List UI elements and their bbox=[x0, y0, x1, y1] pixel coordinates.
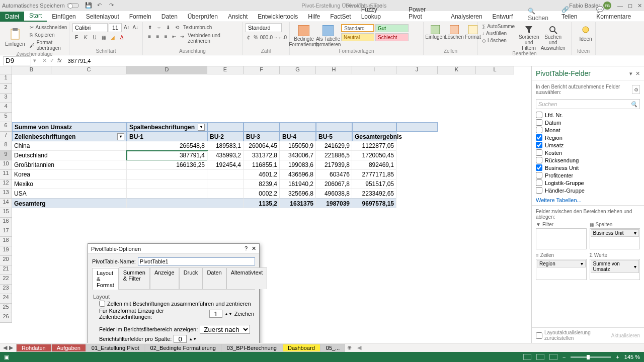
tab-formulas[interactable]: Formeln bbox=[124, 12, 156, 22]
add-sheet-button[interactable]: ⊕ bbox=[345, 344, 353, 351]
zoom-in-icon[interactable]: + bbox=[616, 354, 619, 360]
row-header-10[interactable]: 10 bbox=[0, 160, 12, 170]
indent-dec-icon[interactable]: ⇤ bbox=[171, 32, 178, 40]
pane-close-icon[interactable]: ✕ bbox=[635, 70, 640, 77]
field-item[interactable]: Monat bbox=[536, 126, 640, 134]
cell[interactable]: 1631375 bbox=[280, 199, 316, 208]
pivot-name-input[interactable] bbox=[138, 257, 255, 265]
cell[interactable]: BU-2 bbox=[207, 132, 244, 141]
row-header-23[interactable]: 23 bbox=[0, 285, 12, 294]
row-header-3[interactable]: 3 bbox=[0, 94, 12, 103]
style-standard[interactable]: Standard bbox=[341, 24, 374, 32]
cell[interactable]: 4601,2 bbox=[244, 170, 280, 179]
tab-factset[interactable]: FactSet bbox=[325, 12, 356, 22]
cell[interactable]: Deutschland bbox=[12, 151, 127, 160]
tab-review[interactable]: Überprüfen bbox=[183, 12, 223, 22]
align-top-icon[interactable]: ⬆ bbox=[146, 23, 154, 31]
cell[interactable]: 343006,7 bbox=[280, 151, 316, 160]
field-checkbox[interactable] bbox=[536, 172, 542, 178]
indent-inc-icon[interactable]: ⇥ bbox=[179, 32, 186, 40]
cell[interactable] bbox=[127, 199, 207, 208]
update-button[interactable]: Aktualisieren bbox=[611, 333, 640, 338]
wrap-text-button[interactable]: Textumbruch bbox=[182, 23, 213, 31]
cell[interactable] bbox=[207, 189, 244, 199]
share-button[interactable]: 🔗 Teilen bbox=[557, 5, 590, 22]
cell[interactable]: 436596,8 bbox=[280, 170, 316, 179]
cell[interactable]: BU-3 bbox=[244, 132, 280, 141]
field-checkbox[interactable] bbox=[536, 119, 542, 126]
cell[interactable]: 9697578,15 bbox=[352, 199, 396, 208]
pagebreak-view-icon[interactable] bbox=[549, 354, 557, 360]
field-item[interactable]: Datum bbox=[536, 119, 640, 126]
cell[interactable]: Großbritannien bbox=[12, 160, 127, 170]
style-neutral[interactable]: Neutral bbox=[341, 33, 374, 41]
dlg-tab-data[interactable]: Daten bbox=[202, 267, 226, 289]
row-header-21[interactable]: 21 bbox=[0, 265, 12, 275]
cell[interactable]: 241629,9 bbox=[316, 141, 352, 151]
cell[interactable]: 496038,8 bbox=[316, 189, 352, 199]
columns-drop-area[interactable]: Business Unit▾ bbox=[590, 228, 640, 249]
tab-help[interactable]: Hilfe bbox=[303, 12, 325, 22]
sheet-tab[interactable]: 02_Bedingte Formatierung bbox=[145, 344, 221, 352]
tab-powerpivot[interactable]: Power Pivot bbox=[404, 5, 446, 22]
spreadsheet-grid[interactable]: BCDEFGHIJKL12345678910111213141516171819… bbox=[0, 66, 531, 343]
dlg-tab-display[interactable]: Anzeige bbox=[150, 267, 179, 289]
cell[interactable]: 603476 bbox=[316, 170, 352, 179]
row-header-6[interactable]: 6 bbox=[0, 122, 12, 132]
cell[interactable]: 221886,5 bbox=[316, 151, 352, 160]
fill-button[interactable]: ↓ Ausfüllen bbox=[481, 30, 516, 37]
col-header-D[interactable]: D bbox=[127, 66, 207, 74]
field-checkbox[interactable] bbox=[536, 179, 542, 186]
name-box[interactable] bbox=[3, 56, 31, 65]
cell[interactable]: BU-1 bbox=[127, 132, 207, 141]
sheet-tab[interactable]: 03_BPI-Berechnung bbox=[221, 344, 282, 352]
sheet-nav-prev-icon[interactable]: ◀ bbox=[3, 344, 7, 351]
row-header-7[interactable]: 7 bbox=[0, 132, 12, 141]
format-as-table-button[interactable]: Als Tabelle formatieren bbox=[317, 23, 339, 47]
fx-icon[interactable]: fx bbox=[57, 57, 62, 64]
dlg-tab-layout[interactable]: Layout & Format bbox=[92, 268, 119, 290]
cell[interactable] bbox=[396, 122, 438, 132]
row-header-16[interactable]: 16 bbox=[0, 218, 12, 227]
dec-decimal-icon[interactable]: ←.0 bbox=[278, 33, 286, 41]
col-header-L[interactable]: L bbox=[476, 66, 514, 74]
cell[interactable]: Spaltenbeschriftungen▾ bbox=[127, 122, 207, 132]
cell[interactable]: 1135,2 bbox=[244, 199, 280, 208]
field-search-input[interactable]: Suchen🔍 bbox=[536, 99, 640, 109]
col-header-J[interactable]: J bbox=[396, 66, 438, 74]
row-header-2[interactable]: 2 bbox=[0, 84, 12, 94]
cell[interactable]: 199083,6 bbox=[280, 160, 316, 170]
row-header-25[interactable]: 25 bbox=[0, 304, 12, 313]
field-item[interactable]: Region bbox=[536, 134, 640, 141]
cell[interactable]: 0002,2 bbox=[244, 189, 280, 199]
tab-insert[interactable]: Einfügen bbox=[47, 12, 80, 22]
orientation-icon[interactable]: ⟲ bbox=[173, 23, 181, 31]
field-item[interactable]: Profitcenter bbox=[536, 171, 640, 179]
tab-start[interactable]: Start bbox=[24, 11, 47, 22]
more-tables-link[interactable]: Weitere Tabellen... bbox=[532, 195, 644, 205]
border-icon[interactable]: ▦ bbox=[100, 33, 108, 41]
field-checkbox[interactable] bbox=[536, 142, 542, 148]
copy-button[interactable]: ⎘ Kopieren bbox=[29, 32, 68, 38]
cell[interactable] bbox=[352, 122, 396, 132]
clear-button[interactable]: ◇ Löschen bbox=[481, 37, 516, 44]
increase-font-icon[interactable]: A↑ bbox=[123, 23, 131, 31]
cell[interactable]: 331372,8 bbox=[244, 151, 280, 160]
cell[interactable] bbox=[316, 122, 352, 132]
cell[interactable]: 2777171,85 bbox=[352, 170, 396, 179]
format-painter-button[interactable]: 🖌 Format übertragen bbox=[29, 39, 68, 51]
tab-design[interactable]: Entwurf bbox=[488, 12, 518, 22]
field-checkbox[interactable] bbox=[536, 187, 542, 194]
tab-devtools[interactable]: Entwicklertools bbox=[253, 12, 303, 22]
find-select-button[interactable]: Suchen und Auswählen bbox=[542, 23, 564, 51]
cell[interactable] bbox=[207, 199, 244, 208]
align-left-icon[interactable]: ≡ bbox=[146, 32, 153, 40]
insert-cells-button[interactable]: Einfügen bbox=[427, 23, 444, 40]
italic-icon[interactable]: K bbox=[82, 33, 90, 41]
underline-icon[interactable]: U bbox=[91, 33, 99, 41]
cell[interactable]: 1987039 bbox=[316, 199, 352, 208]
row-field-chip[interactable]: Region▾ bbox=[537, 260, 586, 267]
font-color-icon[interactable]: A bbox=[118, 33, 126, 41]
cell[interactable]: Gesamterg bbox=[12, 199, 127, 208]
tab-file[interactable]: Datei bbox=[0, 12, 24, 22]
